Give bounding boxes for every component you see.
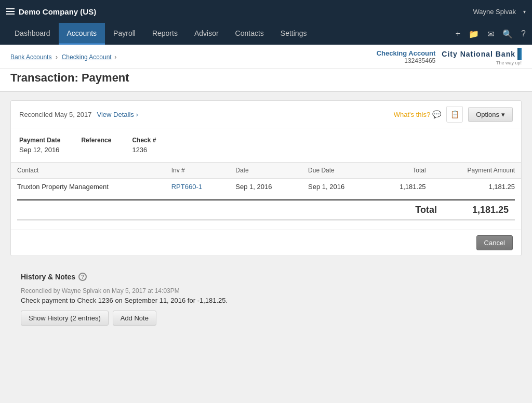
dropdown-arrow-icon: ▾: [501, 111, 505, 118]
check-number-label: Check #: [132, 137, 156, 144]
history-log: Reconciled by Wayne Spivak on May 5, 201…: [21, 287, 511, 294]
brand-name: Demo Company (US): [19, 7, 96, 16]
total-section: Total 1,181.25: [11, 195, 521, 230]
top-bar: Demo Company (US) Wayne Spivak ▾: [0, 0, 532, 23]
bank-name: City National Bank: [442, 50, 515, 58]
total-row: Total 1,181.25: [17, 199, 515, 221]
cell-contact: Truxton Property Management: [11, 179, 165, 195]
nav-dashboard[interactable]: Dashboard: [6, 23, 59, 45]
nav-settings[interactable]: Settings: [272, 23, 315, 45]
top-bar-right: Wayne Spivak ▾: [473, 8, 526, 16]
reference-group: Reference: [81, 137, 111, 154]
nav-accounts[interactable]: Accounts: [59, 23, 105, 45]
plus-icon[interactable]: +: [456, 29, 460, 38]
history-help-icon[interactable]: ?: [78, 273, 87, 281]
bank-tagline: The way up!: [496, 60, 522, 65]
history-title: History & Notes ?: [21, 273, 511, 281]
search-icon[interactable]: 🔍: [502, 29, 513, 39]
page-header: Bank Accounts › Checking Account › Check…: [0, 45, 532, 92]
history-buttons: Show History (2 entries) Add Note: [21, 311, 511, 326]
total-label: Total: [343, 205, 447, 216]
help-icon[interactable]: ?: [521, 29, 526, 38]
breadcrumb-sep2: ›: [114, 53, 116, 61]
bank-account-name: Checking Account: [377, 49, 436, 57]
show-history-button[interactable]: Show History (2 entries): [21, 311, 109, 326]
check-number-value: 1236: [132, 146, 156, 154]
chat-icon: 💬: [432, 110, 441, 118]
nav-contacts[interactable]: Contacts: [227, 23, 272, 45]
history-note: Check payment to Check 1236 on September…: [21, 297, 511, 304]
top-bar-left: Demo Company (US): [6, 7, 96, 16]
col-due-date: Due Date: [302, 163, 375, 179]
transaction-card: Reconciled May 5, 2017 View Details › Wh…: [10, 100, 522, 256]
total-value: 1,181.25: [447, 205, 515, 216]
page-title-area: Transaction: Payment: [0, 69, 532, 91]
cell-inv: RPT660-1: [165, 179, 230, 195]
nav-payroll[interactable]: Payroll: [105, 23, 144, 45]
add-note-button[interactable]: Add Note: [113, 311, 156, 326]
table-row: Truxton Property Management RPT660-1 Sep…: [11, 179, 521, 195]
payment-date-label: Payment Date: [19, 137, 60, 144]
breadcrumb-sep: ›: [56, 53, 58, 61]
reconcile-left: Reconciled May 5, 2017 View Details ›: [19, 111, 138, 118]
history-section: History & Notes ? Reconciled by Wayne Sp…: [10, 264, 522, 334]
breadcrumb: Bank Accounts › Checking Account › Check…: [0, 45, 532, 69]
breadcrumb-path: Bank Accounts › Checking Account ›: [10, 53, 117, 61]
copy-icon: 📋: [450, 110, 459, 118]
reconcile-right: What's this? 💬 📋 Options ▾: [394, 106, 513, 123]
cell-date: Sep 1, 2016: [229, 179, 302, 195]
bank-info: Checking Account 132435465 City National…: [377, 48, 522, 65]
reconcile-bar: Reconciled May 5, 2017 View Details › Wh…: [11, 101, 521, 128]
cell-payment-amount: 1,181.25: [432, 179, 521, 195]
col-contact: Contact: [11, 163, 165, 179]
copy-icon-button[interactable]: 📋: [446, 106, 463, 123]
bank-account-label: Checking Account 132435465: [377, 49, 436, 64]
card-footer: Cancel: [11, 230, 521, 256]
hamburger-menu[interactable]: [6, 8, 15, 15]
main-content: Reconciled May 5, 2017 View Details › Wh…: [0, 92, 532, 342]
chevron-down-icon: ▾: [523, 9, 526, 15]
col-total: Total: [375, 163, 432, 179]
whats-this-link[interactable]: What's this? 💬: [394, 110, 441, 118]
reference-label: Reference: [81, 137, 111, 144]
options-button[interactable]: Options ▾: [468, 107, 513, 122]
folder-icon[interactable]: 📁: [469, 29, 479, 39]
table-body: Truxton Property Management RPT660-1 Sep…: [11, 179, 521, 195]
nav-advisor[interactable]: Advisor: [186, 23, 227, 45]
bank-logo-icon: [517, 48, 522, 60]
mail-icon[interactable]: ✉: [487, 29, 494, 39]
col-date: Date: [229, 163, 302, 179]
payment-date-value: Sep 12, 2016: [19, 146, 60, 154]
nav-bar: Dashboard Accounts Payroll Reports Advis…: [0, 23, 532, 45]
bank-account-number: 132435465: [377, 57, 436, 64]
table-container: Contact Inv # Date Due Date Total Paymen…: [11, 162, 521, 195]
nav-reports[interactable]: Reports: [144, 23, 186, 45]
cell-due-date: Sep 1, 2016: [302, 179, 375, 195]
nav-actions: + 📁 ✉ 🔍 ?: [456, 23, 526, 45]
table-header-row: Contact Inv # Date Due Date Total Paymen…: [11, 163, 521, 179]
page-title: Transaction: Payment: [10, 71, 129, 85]
user-name[interactable]: Wayne Spivak: [473, 8, 516, 16]
table-header: Contact Inv # Date Due Date Total Paymen…: [11, 163, 521, 179]
payment-date-group: Payment Date Sep 12, 2016: [19, 137, 60, 154]
bank-logo: City National Bank The way up!: [442, 48, 522, 65]
check-number-group: Check # 1236: [132, 137, 156, 154]
payment-meta: Payment Date Sep 12, 2016 Reference Chec…: [11, 128, 521, 158]
view-details-link[interactable]: View Details ›: [97, 111, 138, 118]
col-payment-amount: Payment Amount: [432, 163, 521, 179]
cancel-button[interactable]: Cancel: [476, 235, 513, 250]
transactions-table: Contact Inv # Date Due Date Total Paymen…: [11, 162, 521, 195]
inv-link[interactable]: RPT660-1: [171, 183, 202, 191]
breadcrumb-bank-accounts[interactable]: Bank Accounts: [10, 53, 51, 61]
reconcile-text: Reconciled May 5, 2017: [19, 111, 91, 118]
breadcrumb-checking-account[interactable]: Checking Account: [62, 53, 112, 61]
col-inv: Inv #: [165, 163, 230, 179]
cell-total: 1,181.25: [375, 179, 432, 195]
